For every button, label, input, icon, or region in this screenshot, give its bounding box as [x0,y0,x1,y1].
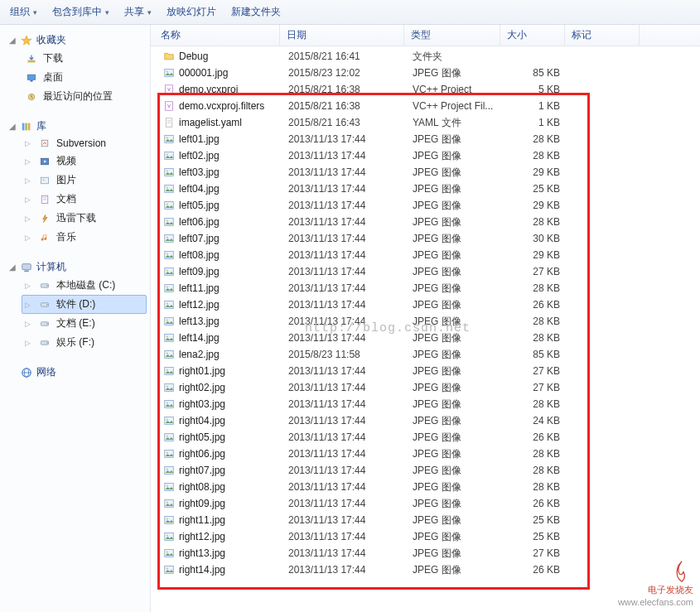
file-row[interactable]: right01.jpg2013/11/13 17:44JPEG 图像27 KB [154,363,700,379]
image-icon [162,481,176,493]
image-icon [162,133,176,145]
svg-rect-47 [165,202,174,210]
file-name: imagelist.yaml [179,117,242,128]
svg-rect-61 [165,318,174,325]
file-size: 28 KB [502,465,567,476]
file-type: JPEG 图像 [406,480,502,494]
file-type: JPEG 图像 [406,348,502,362]
svg-point-12 [42,179,44,181]
file-row[interactable]: Vdemo.vcxproj.filters2015/8/21 16:38VC++… [154,98,700,114]
file-size: 1 KB [502,117,567,128]
file-row[interactable]: right07.jpg2013/11/13 17:44JPEG 图像28 KB [154,462,700,479]
svg-point-40 [167,137,168,138]
file-row[interactable]: left05.jpg2013/11/13 17:44JPEG 图像29 KB [154,197,700,214]
svg-rect-39 [165,136,174,143]
file-type: JPEG 图像 [406,133,502,147]
sidebar-item[interactable]: 桌面 [22,68,147,87]
file-row[interactable]: right08.jpg2013/11/13 17:44JPEG 图像28 KB [154,479,700,495]
column-header-date[interactable]: 日期 [280,25,404,46]
column-header-tag[interactable]: 标记 [565,25,640,46]
svg-point-90 [167,551,168,552]
sidebar-header-libraries[interactable]: ◢ 库 [3,118,147,135]
sidebar-header-computer[interactable]: ◢ 计算机 [3,258,147,276]
file-row[interactable]: right03.jpg2013/11/13 17:44JPEG 图像28 KB [154,396,700,412]
file-row[interactable]: left08.jpg2013/11/13 17:44JPEG 图像29 KB [154,247,700,263]
file-name: left07.jpg [179,233,220,244]
file-row[interactable]: left04.jpg2013/11/13 17:44JPEG 图像25 KB [154,181,700,197]
file-date: 2013/11/13 17:44 [282,266,406,277]
sidebar-item[interactable]: ▷迅雷下载 [22,209,147,228]
file-type: JPEG 图像 [406,364,502,378]
file-row[interactable]: left06.jpg2013/11/13 17:44JPEG 图像28 KB [154,214,700,230]
file-row[interactable]: left03.jpg2013/11/13 17:44JPEG 图像29 KB [154,164,700,181]
file-row[interactable]: right11.jpg2013/11/13 17:44JPEG 图像25 KB [154,512,700,528]
file-row[interactable]: left01.jpg2013/11/13 17:44JPEG 图像28 KB [154,131,700,147]
sidebar-item[interactable]: ▷文档 [22,190,147,209]
file-row[interactable]: right06.jpg2013/11/13 17:44JPEG 图像28 KB [154,446,700,462]
sidebar-item[interactable]: ▷娱乐 (F:) [22,333,147,352]
svg-rect-87 [165,533,174,541]
sidebar-item[interactable]: 下载 [22,49,147,68]
file-row[interactable]: left13.jpg2013/11/13 17:44JPEG 图像28 KB [154,313,700,330]
toolbar-share[interactable]: 共享▾ [124,5,152,19]
toolbar-new-folder[interactable]: 新建文件夹 [231,5,281,19]
file-date: 2013/11/13 17:44 [282,564,406,576]
file-size: 27 KB [502,547,567,559]
file-row[interactable]: right05.jpg2013/11/13 17:44JPEG 图像26 KB [154,429,700,446]
file-date: 2015/8/21 16:43 [282,117,406,128]
file-row[interactable]: right04.jpg2013/11/13 17:44JPEG 图像24 KB [154,412,700,429]
file-row[interactable]: left12.jpg2013/11/13 17:44JPEG 图像26 KB [154,296,700,313]
file-row[interactable]: Debug2015/8/21 16:41文件夹 [154,48,700,65]
column-header-name[interactable]: 名称 [154,25,280,46]
toolbar-organize[interactable]: 组织▾ [10,5,37,19]
file-row[interactable]: Vdemo.vcxproj2015/8/21 16:38VC++ Project… [154,81,700,98]
sidebar-label: 网络 [36,365,56,379]
sidebar-item[interactable]: 最近访问的位置 [22,87,147,106]
file-date: 2015/8/23 11:58 [282,349,406,360]
file-name: right13.jpg [179,547,225,559]
file-name: left09.jpg [179,266,220,277]
caret-right-icon: ▷ [25,339,33,347]
sidebar-item[interactable]: ▷视频 [22,152,147,171]
column-header-type[interactable]: 类型 [404,25,500,46]
svg-rect-2 [28,75,36,80]
sidebar-header-favorites[interactable]: ◢ 收藏夹 [3,31,147,49]
file-row[interactable]: left14.jpg2013/11/13 17:44JPEG 图像28 KB [154,330,700,346]
sidebar-header-network[interactable]: 网络 [3,364,147,381]
file-row[interactable]: lena2.jpg2015/8/23 11:58JPEG 图像85 KB [154,346,700,363]
file-row[interactable]: left07.jpg2013/11/13 17:44JPEG 图像30 KB [154,230,700,247]
sidebar-item[interactable]: ▷音乐 [22,228,147,247]
file-name: right04.jpg [179,415,225,426]
sidebar-item[interactable]: ▷本地磁盘 (C:) [22,276,147,295]
file-date: 2013/11/13 17:44 [282,150,406,161]
sidebar-item-label: 视频 [56,154,76,168]
file-name: left04.jpg [179,183,220,195]
file-row[interactable]: right13.jpg2013/11/13 17:44JPEG 图像27 KB [154,545,700,561]
sidebar-item[interactable]: ▷图片 [22,171,147,190]
svg-point-60 [167,302,168,304]
vcxproj-icon: V [162,84,176,95]
file-row[interactable]: imagelist.yaml2015/8/21 16:43YAML 文件1 KB [154,114,700,131]
file-row[interactable]: right12.jpg2013/11/13 17:44JPEG 图像25 KB [154,528,700,545]
sidebar-item[interactable]: ▷文档 (E:) [22,314,147,333]
file-type: JPEG 图像 [406,431,502,445]
file-row[interactable]: right14.jpg2013/11/13 17:44JPEG 图像26 KB [154,561,700,578]
toolbar-include-library[interactable]: 包含到库中▾ [52,5,109,19]
file-row[interactable]: left02.jpg2013/11/13 17:44JPEG 图像28 KB [154,147,700,164]
caret-collapsed-icon: ◢ [8,263,17,272]
column-header-size[interactable]: 大小 [500,25,565,46]
toolbar-slideshow[interactable]: 放映幻灯片 [167,5,216,19]
column-headers: 名称 日期 类型 大小 标记 [151,25,700,46]
file-size: 26 KB [502,299,567,311]
sidebar-item[interactable]: ▷Subversion [22,135,147,152]
file-name: right14.jpg [179,564,225,576]
file-row[interactable]: 000001.jpg2015/8/23 12:02JPEG 图像85 KB [154,65,700,81]
file-name: left01.jpg [179,133,220,145]
svg-rect-81 [165,484,174,491]
file-row[interactable]: left11.jpg2013/11/13 17:44JPEG 图像28 KB [154,280,700,296]
sidebar-item-label: Subversion [56,137,106,149]
file-row[interactable]: right09.jpg2013/11/13 17:44JPEG 图像26 KB [154,495,700,512]
file-row[interactable]: left09.jpg2013/11/13 17:44JPEG 图像27 KB [154,263,700,280]
sidebar-item[interactable]: ▷软件 (D:) [22,295,147,314]
file-row[interactable]: right02.jpg2013/11/13 17:44JPEG 图像27 KB [154,379,700,396]
